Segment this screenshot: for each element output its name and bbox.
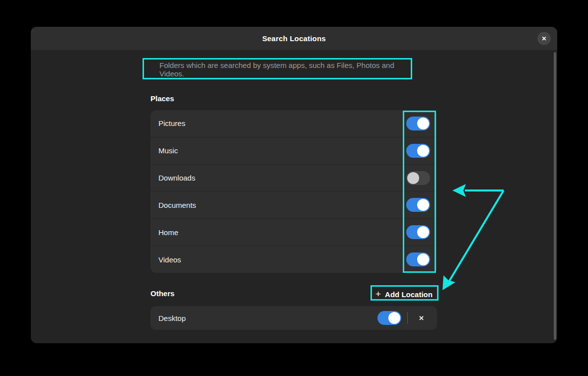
toggle-knob	[417, 145, 429, 157]
vertical-divider	[407, 312, 408, 324]
list-item-music: Music	[150, 137, 437, 164]
toggle-switch[interactable]	[406, 198, 430, 212]
add-location-label: Add Location	[385, 290, 433, 299]
others-section-heading: Others	[150, 289, 174, 298]
toggle-switch[interactable]	[406, 252, 430, 266]
scrollbar-thumb[interactable]	[554, 52, 556, 340]
toggle-switch[interactable]	[377, 311, 401, 325]
toggle-knob	[417, 199, 429, 211]
remove-location-button[interactable]: ✕	[415, 313, 428, 323]
list-item-videos: Videos	[150, 246, 437, 273]
places-section-heading: Places	[150, 94, 174, 103]
row-label: Home	[158, 228, 406, 237]
toggle-knob	[417, 253, 429, 265]
search-locations-dialog: Search Locations ✕ Folders which are sea…	[31, 27, 557, 343]
add-location-button[interactable]: + Add Location	[372, 287, 436, 302]
dialog-title: Search Locations	[262, 34, 326, 43]
toggle-knob	[417, 118, 429, 129]
toggle-switch[interactable]	[406, 225, 430, 239]
list-item-pictures: Pictures	[150, 110, 437, 137]
list-item-downloads: Downloads	[150, 164, 437, 191]
dialog-titlebar[interactable]: Search Locations ✕	[31, 27, 557, 50]
toggle-switch[interactable]	[406, 117, 430, 130]
plus-icon: +	[375, 289, 381, 299]
toggle-knob	[417, 226, 429, 238]
toggle-switch[interactable]	[406, 144, 430, 158]
row-label: Pictures	[158, 119, 406, 127]
list-item-desktop: Desktop ✕	[150, 306, 437, 330]
toggle-knob	[407, 172, 419, 184]
desktop-background: Search Locations ✕ Folders which are sea…	[0, 0, 588, 376]
toggle-knob	[388, 312, 400, 324]
row-label: Documents	[158, 201, 406, 209]
close-icon: ✕	[541, 35, 546, 42]
list-item-documents: Documents	[150, 191, 437, 218]
row-label: Downloads	[158, 174, 406, 182]
close-button[interactable]: ✕	[537, 32, 551, 45]
toggle-switch[interactable]	[406, 171, 430, 185]
remove-icon: ✕	[419, 314, 424, 322]
row-label: Music	[158, 146, 406, 155]
others-list: Desktop ✕	[150, 306, 437, 330]
row-label: Desktop	[158, 314, 377, 322]
row-label: Videos	[158, 255, 406, 264]
list-item-home: Home	[150, 218, 437, 246]
places-list: Pictures Music Downloads Documents Home …	[150, 110, 437, 273]
dialog-description: Folders which are searched by system app…	[150, 60, 419, 79]
